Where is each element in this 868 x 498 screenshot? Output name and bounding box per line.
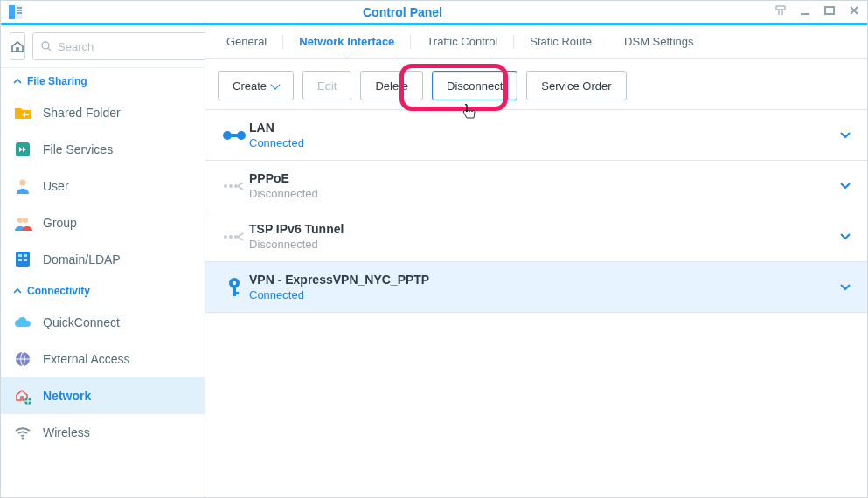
nav-label: External Access bbox=[43, 352, 130, 366]
tab-dsm-settings[interactable]: DSM Settings bbox=[610, 27, 707, 58]
interface-name: VPN - ExpressVPN_NYC_PPTP bbox=[249, 273, 837, 287]
sidebar-item-user[interactable]: User bbox=[1, 168, 205, 204]
svg-rect-11 bbox=[16, 252, 30, 267]
toolbar: Create Edit Delete Disconnect Service Or… bbox=[205, 59, 867, 109]
svg-rect-4 bbox=[17, 12, 22, 14]
user-icon bbox=[13, 176, 32, 196]
svg-point-18 bbox=[22, 438, 24, 440]
sidebar-item-wireless[interactable]: Wireless bbox=[1, 414, 205, 451]
minimize-button[interactable] bbox=[799, 4, 811, 19]
home-button[interactable] bbox=[10, 32, 25, 60]
sidebar-item-shared-folder[interactable]: Shared Folder bbox=[1, 94, 205, 131]
nav-label: Network bbox=[43, 389, 91, 403]
sidebar-top bbox=[1, 25, 205, 68]
interface-row-lan[interactable]: LAN Connected bbox=[205, 110, 867, 161]
svg-rect-31 bbox=[235, 292, 239, 294]
chevron-down-icon[interactable] bbox=[837, 229, 853, 245]
svg-rect-13 bbox=[24, 254, 27, 257]
svg-point-26 bbox=[229, 235, 233, 239]
vpn-key-icon bbox=[219, 277, 249, 298]
body: File Sharing Shared Folder File Services… bbox=[1, 25, 867, 497]
interface-row-vpn[interactable]: VPN - ExpressVPN_NYC_PPTP Connected bbox=[205, 262, 867, 313]
svg-point-8 bbox=[20, 180, 26, 186]
svg-point-23 bbox=[229, 184, 233, 188]
svg-point-27 bbox=[234, 235, 238, 239]
interface-name: LAN bbox=[249, 121, 837, 135]
section-heading-connectivity[interactable]: Connectivity bbox=[1, 278, 205, 304]
interface-row-tsp-ipv6[interactable]: TSP IPv6 Tunnel Disconnected bbox=[205, 211, 867, 262]
nav-list-file-sharing: Shared Folder File Services User Group D… bbox=[1, 94, 205, 278]
chevron-down-icon[interactable] bbox=[837, 128, 853, 143]
sidebar-item-network[interactable]: Network bbox=[1, 377, 205, 414]
interface-status: Disconnected bbox=[249, 238, 837, 251]
section-label: File Sharing bbox=[27, 75, 87, 87]
route-disconnected-icon bbox=[219, 231, 249, 243]
main-panel: General Network Interface Traffic Contro… bbox=[205, 25, 867, 497]
tab-general[interactable]: General bbox=[212, 27, 281, 58]
caret-down-icon bbox=[270, 80, 280, 89]
search-container bbox=[32, 32, 212, 60]
lan-connected-icon bbox=[219, 129, 249, 142]
svg-rect-14 bbox=[18, 259, 22, 261]
nav-label: Group bbox=[43, 216, 77, 230]
section-heading-file-sharing[interactable]: File Sharing bbox=[1, 68, 205, 94]
svg-point-25 bbox=[224, 235, 227, 239]
tab-static-route[interactable]: Static Route bbox=[516, 27, 606, 58]
interface-text: VPN - ExpressVPN_NYC_PPTP Connected bbox=[249, 273, 837, 301]
delete-button[interactable]: Delete bbox=[360, 71, 423, 100]
network-icon bbox=[13, 386, 32, 405]
interface-row-pppoe[interactable]: PPPoE Disconnected bbox=[205, 161, 867, 211]
svg-point-9 bbox=[17, 218, 23, 223]
nav-list-connectivity: QuickConnect External Access Network Wir… bbox=[1, 304, 205, 451]
interface-name: TSP IPv6 Tunnel bbox=[249, 222, 837, 236]
tab-network-interface[interactable]: Network Interface bbox=[285, 27, 408, 58]
svg-rect-12 bbox=[18, 254, 22, 257]
svg-rect-15 bbox=[24, 259, 27, 261]
tab-traffic-control[interactable]: Traffic Control bbox=[413, 27, 511, 58]
route-disconnected-icon bbox=[219, 180, 249, 192]
chevron-down-icon[interactable] bbox=[837, 178, 853, 194]
chevron-down-icon[interactable] bbox=[837, 280, 853, 295]
search-icon bbox=[40, 40, 52, 52]
service-order-button[interactable]: Service Order bbox=[526, 71, 626, 100]
interface-text: TSP IPv6 Tunnel Disconnected bbox=[249, 222, 837, 251]
tab-separator bbox=[513, 35, 514, 49]
interface-name: PPPoE bbox=[249, 171, 837, 185]
window-title: Control Panel bbox=[31, 5, 774, 19]
svg-point-29 bbox=[233, 280, 236, 284]
sidebar: File Sharing Shared Folder File Services… bbox=[1, 25, 205, 497]
home-icon bbox=[10, 39, 24, 53]
interface-text: LAN Connected bbox=[249, 121, 837, 149]
sidebar-item-group[interactable]: Group bbox=[1, 204, 205, 241]
svg-rect-3 bbox=[17, 10, 22, 11]
nav-label: Shared Folder bbox=[43, 106, 121, 120]
wifi-icon bbox=[13, 423, 32, 442]
svg-point-24 bbox=[234, 184, 238, 188]
create-button[interactable]: Create bbox=[218, 71, 294, 100]
section-label: Connectivity bbox=[27, 285, 90, 297]
svg-rect-21 bbox=[227, 134, 241, 137]
pin-icon[interactable] bbox=[774, 4, 787, 19]
interface-list: LAN Connected PPPoE Disconnected bbox=[205, 109, 867, 313]
window-controls bbox=[774, 4, 860, 19]
sidebar-item-file-services[interactable]: File Services bbox=[1, 131, 205, 168]
interface-status: Connected bbox=[249, 288, 837, 301]
sidebar-item-external-access[interactable]: External Access bbox=[1, 341, 205, 377]
file-services-icon bbox=[13, 140, 32, 159]
nav-label: Domain/LDAP bbox=[43, 252, 121, 266]
app-logo-icon bbox=[8, 4, 24, 20]
tab-separator bbox=[282, 35, 283, 49]
nav-label: File Services bbox=[43, 142, 113, 156]
search-input[interactable] bbox=[58, 40, 205, 53]
interface-status: Connected bbox=[249, 136, 837, 149]
cloud-icon bbox=[13, 313, 32, 332]
nav-label: Wireless bbox=[43, 425, 90, 439]
disconnect-button[interactable]: Disconnect bbox=[432, 71, 517, 100]
svg-point-22 bbox=[224, 184, 227, 188]
control-panel-window: Control Panel File Sharing bbox=[0, 0, 868, 498]
maximize-button[interactable] bbox=[823, 4, 836, 19]
close-button[interactable] bbox=[848, 4, 860, 19]
sidebar-item-quickconnect[interactable]: QuickConnect bbox=[1, 304, 205, 341]
sidebar-item-domain-ldap[interactable]: Domain/LDAP bbox=[1, 241, 205, 278]
svg-rect-5 bbox=[825, 7, 834, 14]
